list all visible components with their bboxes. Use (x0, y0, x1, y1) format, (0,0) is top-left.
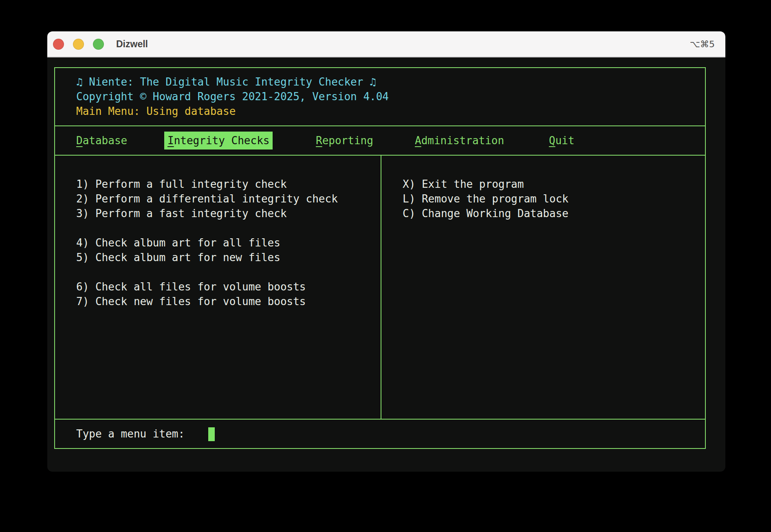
hotkey-letter: D (76, 134, 83, 147)
prompt-row: Type a menu item: (55, 419, 705, 448)
menu-option-5[interactable]: 5) Check album art for new files (76, 250, 381, 265)
menu-content: 1) Perform a full integrity check2) Perf… (55, 155, 705, 419)
hotkey-letter: I (167, 134, 174, 147)
left-menu-panel: 1) Perform a full integrity check2) Perf… (55, 156, 381, 419)
minimize-button-icon[interactable] (73, 39, 84, 50)
hotkey-letter: R (316, 134, 322, 147)
app-window: Dizwell ⌥⌘5 ♫ Niente: The Digital Music … (47, 31, 725, 472)
text-cursor-icon (208, 427, 215, 441)
menu-bar: DatabaseIntegrity ChecksReportingAdminis… (55, 125, 705, 155)
status-line: Main Menu: Using database (76, 104, 705, 119)
menubar-item-integrity-checks[interactable]: Integrity Checks (164, 132, 273, 149)
menu-option-l[interactable]: L) Remove the program lock (403, 191, 705, 206)
menubar-item-administration[interactable]: Administration (415, 133, 504, 148)
menu-option-6[interactable]: 6) Check all files for volume boosts (76, 279, 381, 294)
terminal-screen[interactable]: ♫ Niente: The Digital Music Integrity Ch… (47, 57, 725, 471)
zoom-button-icon[interactable] (93, 39, 104, 50)
hotkey-letter: A (415, 134, 421, 147)
copyright-line: Copyright © Howard Rogers 2021-2025, Ver… (76, 89, 705, 104)
menu-option-3[interactable]: 3) Perform a fast integrity check (76, 206, 381, 221)
app-header: ♫ Niente: The Digital Music Integrity Ch… (55, 68, 705, 125)
window-title: Dizwell (116, 39, 148, 50)
window-shortcut-hint: ⌥⌘5 (690, 39, 715, 49)
menubar-item-quit[interactable]: Quit (549, 133, 575, 148)
blank-line (76, 265, 381, 279)
prompt-label: Type a menu item: (76, 426, 185, 441)
blank-line (76, 221, 381, 235)
menu-option-4[interactable]: 4) Check album art for all files (76, 235, 381, 250)
menu-option-x[interactable]: X) Exit the program (403, 177, 705, 191)
tui-frame: ♫ Niente: The Digital Music Integrity Ch… (54, 67, 706, 449)
menubar-item-reporting[interactable]: Reporting (316, 133, 373, 148)
right-menu-panel: X) Exit the programL) Remove the program… (381, 156, 705, 419)
close-button-icon[interactable] (53, 39, 64, 50)
hotkey-letter: Q (549, 134, 555, 147)
menubar-item-database[interactable]: Database (76, 133, 127, 148)
menu-option-7[interactable]: 7) Check new files for volume boosts (76, 294, 381, 309)
window-titlebar[interactable]: Dizwell ⌥⌘5 (47, 31, 725, 57)
menu-option-2[interactable]: 2) Perform a differential integrity chec… (76, 191, 381, 206)
menu-option-1[interactable]: 1) Perform a full integrity check (76, 177, 381, 191)
prompt-input[interactable] (185, 426, 215, 442)
app-title-line: ♫ Niente: The Digital Music Integrity Ch… (76, 75, 705, 89)
menu-option-c[interactable]: C) Change Working Database (403, 206, 705, 221)
traffic-lights (47, 39, 104, 50)
